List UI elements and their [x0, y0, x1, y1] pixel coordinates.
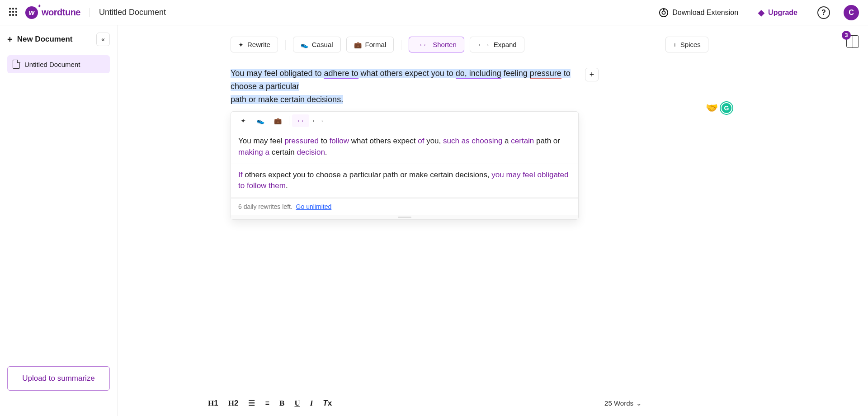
add-block-button[interactable]: + — [585, 68, 599, 81]
collapse-sidebar-button[interactable]: « — [96, 33, 110, 46]
go-unlimited-link[interactable]: Go unlimited — [296, 203, 332, 210]
suggestions-list[interactable]: You may feel pressured to follow what ot… — [231, 130, 578, 198]
rewrite-button[interactable]: ✦ Rewrite — [231, 37, 278, 52]
clear-format-button[interactable]: Tx — [323, 399, 332, 408]
logo-icon: w✦ — [25, 6, 38, 19]
diamond-icon: ◆ — [758, 8, 764, 18]
suggestions-mini-toolbar: ✦ 👟 💼 →← ←→ — [231, 112, 578, 130]
panel-resize-handle[interactable] — [231, 215, 578, 219]
notification-badge: 3 — [842, 31, 851, 40]
handshake-icon[interactable]: 🤝 — [706, 102, 718, 114]
sidebar-document-item[interactable]: Untitled Document — [7, 55, 110, 73]
mini-formal-icon[interactable]: 💼 — [269, 114, 286, 127]
upgrade-button[interactable]: ◆ Upgrade — [758, 8, 797, 18]
grammarly-icon[interactable]: G — [721, 102, 732, 114]
mini-shorten-icon[interactable]: →← — [292, 114, 309, 127]
suggestions-panel: ✦ 👟 💼 →← ←→ You may feel pressured to fo… — [231, 111, 579, 220]
shorten-icon: →← — [416, 41, 429, 48]
plus-icon: + — [673, 41, 677, 48]
rewrite-toolbar: ✦ Rewrite 👟 Casual 💼 Formal →← Shorten ←… — [231, 37, 841, 52]
divider — [289, 116, 289, 125]
download-extension-button[interactable]: Download Extension — [659, 8, 738, 18]
rewrites-left-label: 6 daily rewrites left. — [238, 203, 292, 210]
brand-name: wordtune — [42, 7, 80, 18]
right-panel-toggle[interactable]: 3 — [846, 35, 859, 48]
casual-button[interactable]: 👟 Casual — [293, 37, 341, 52]
spices-button[interactable]: + Spices — [665, 37, 708, 52]
user-avatar[interactable]: C — [844, 5, 859, 20]
document-title[interactable]: Untitled Document — [99, 8, 166, 17]
brand-logo[interactable]: w✦ wordtune — [25, 6, 80, 19]
help-icon: ? — [817, 6, 830, 19]
underline-button[interactable]: U — [294, 399, 300, 408]
expand-icon: ←→ — [477, 41, 490, 48]
help-button[interactable]: ? — [817, 6, 830, 19]
divider — [401, 40, 401, 50]
document-icon — [13, 60, 20, 69]
browser-extension-icon — [659, 8, 669, 18]
formal-button[interactable]: 💼 Formal — [346, 37, 394, 52]
app-header: w✦ wordtune Untitled Document Download E… — [0, 0, 868, 25]
inline-badges: 🤝 G — [706, 102, 732, 114]
expand-button[interactable]: ←→ Expand — [470, 37, 524, 52]
avatar-icon: C — [844, 5, 859, 20]
plus-icon: + — [7, 34, 13, 45]
suggestion-item[interactable]: You may feel pressured to follow what ot… — [231, 130, 578, 164]
svg-point-1 — [662, 11, 665, 14]
new-document-button[interactable]: + New Document — [7, 34, 72, 45]
apps-grid-icon[interactable] — [9, 8, 19, 18]
word-count[interactable]: 25 Words ⌄ — [604, 399, 642, 407]
chevron-double-left-icon: « — [101, 36, 105, 43]
bold-button[interactable]: B — [279, 399, 284, 408]
sneaker-icon: 👟 — [301, 41, 308, 48]
divider — [285, 40, 286, 50]
suggestion-item[interactable]: If others expect you to choose a particu… — [231, 164, 578, 198]
suggestions-footer: 6 daily rewrites left. Go unlimited — [231, 198, 578, 215]
mini-expand-icon[interactable]: ←→ — [309, 114, 326, 127]
heading2-button[interactable]: H2 — [228, 399, 239, 408]
mini-casual-icon[interactable]: 👟 — [252, 114, 269, 127]
svg-point-2 — [663, 9, 664, 10]
chevron-down-icon: ⌄ — [636, 399, 642, 407]
sparkle-icon: ✦ — [238, 41, 244, 48]
heading1-button[interactable]: H1 — [208, 399, 218, 408]
shorten-button[interactable]: →← Shorten — [409, 37, 464, 52]
format-bar: H1 H2 ☰ ≡ B U I Tx 25 Words ⌄ — [118, 398, 868, 408]
upload-to-summarize-button[interactable]: Upload to summarize — [7, 366, 110, 391]
sidebar: + New Document « Untitled Document Uploa… — [0, 25, 118, 416]
numbered-list-button[interactable]: ≡ — [265, 399, 269, 408]
briefcase-icon: 💼 — [354, 41, 362, 48]
editor-area: 3 ✦ Rewrite 👟 Casual 💼 Formal →← Shorten — [118, 25, 868, 416]
document-text[interactable]: You may feel obligated to adhere to what… — [231, 67, 579, 106]
divider — [90, 8, 90, 17]
italic-button[interactable]: I — [310, 399, 313, 408]
bullet-list-button[interactable]: ☰ — [248, 398, 255, 408]
mini-rewrite-icon[interactable]: ✦ — [235, 114, 252, 127]
